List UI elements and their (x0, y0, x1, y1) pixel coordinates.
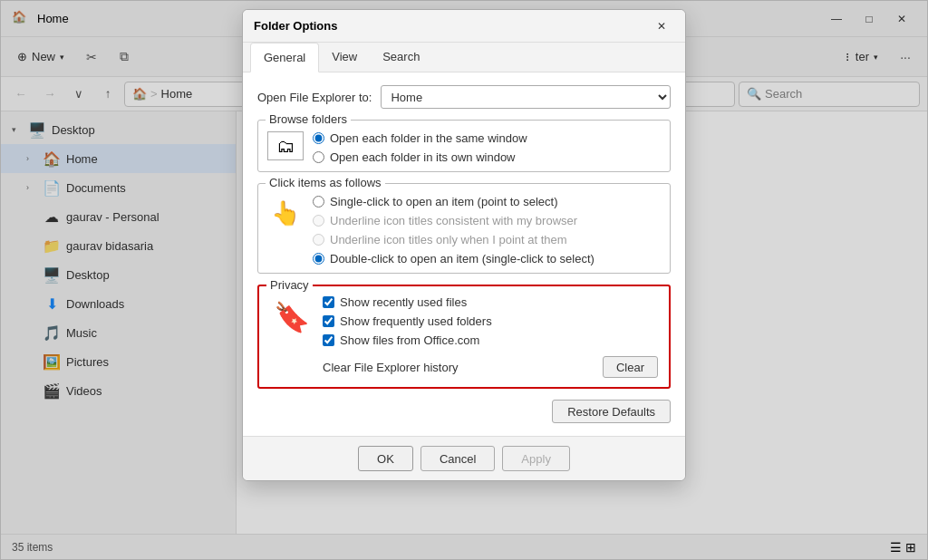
dialog-overlay: Folder Options ✕ General View Search Ope… (0, 0, 928, 560)
privacy-group: Privacy 🔖 Show recently used files Show … (257, 285, 671, 389)
click-option1[interactable]: Single-click to open an item (point to s… (313, 195, 594, 208)
history-label: Clear File Explorer history (323, 361, 459, 374)
click-option2[interactable]: Underline icon titles consistent with my… (313, 214, 594, 227)
browse-radio2[interactable] (313, 151, 324, 163)
folder-options-dialog: Folder Options ✕ General View Search Ope… (242, 9, 686, 481)
click-radio1[interactable] (313, 196, 324, 208)
browse-folders-content: 🗂 Open each folder in the same window Op… (267, 131, 661, 164)
open-explorer-select[interactable]: Home (381, 85, 671, 109)
ok-button[interactable]: OK (358, 446, 413, 471)
browse-option2[interactable]: Open each folder in its own window (313, 150, 527, 164)
restore-defaults-button[interactable]: Restore Defaults (552, 400, 671, 423)
browse-folders-options: Open each folder in the same window Open… (313, 131, 527, 164)
browse-radio1[interactable] (313, 132, 324, 144)
open-explorer-row: Open File Explorer to: Home (257, 85, 671, 109)
browse-folders-title: Browse folders (266, 112, 351, 126)
privacy-title: Privacy (266, 278, 313, 292)
privacy-check1[interactable] (323, 296, 334, 308)
restore-row: Restore Defaults (257, 400, 671, 423)
privacy-checkbox3[interactable]: Show files from Office.com (323, 333, 658, 347)
folder-preview-icon: 🗂 (267, 131, 304, 160)
privacy-content: 🔖 Show recently used files Show frequent… (270, 295, 658, 378)
click-items-group: Click items as follows 👆 Single-click to… (257, 183, 671, 274)
privacy-check3[interactable] (323, 334, 334, 346)
dialog-tabs: General View Search (243, 43, 685, 72)
click-items-content: 👆 Single-click to open an item (point to… (267, 195, 661, 266)
click-radio2[interactable] (313, 215, 324, 227)
click-option3[interactable]: Underline icon titles only when I point … (313, 233, 594, 246)
browse-option1[interactable]: Open each folder in the same window (313, 131, 527, 145)
tab-view[interactable]: View (319, 43, 370, 72)
tab-search[interactable]: Search (370, 43, 432, 72)
clear-button[interactable]: Clear (603, 356, 658, 378)
browse-folders-group: Browse folders 🗂 Open each folder in the… (257, 120, 671, 172)
privacy-check2[interactable] (323, 315, 334, 327)
click-preview-icon: 👆 (267, 195, 304, 231)
click-option4[interactable]: Double-click to open an item (single-cli… (313, 252, 594, 266)
dialog-title: Folder Options (254, 19, 337, 33)
apply-button[interactable]: Apply (502, 446, 570, 471)
click-radio4[interactable] (313, 253, 324, 265)
privacy-checkbox1[interactable]: Show recently used files (323, 295, 658, 309)
dialog-close-button[interactable]: ✕ (649, 14, 674, 39)
dialog-body: Open File Explorer to: Home Browse folde… (243, 72, 685, 436)
privacy-checkbox2[interactable]: Show frequently used folders (323, 314, 658, 328)
history-row: Clear File Explorer history Clear (323, 356, 658, 378)
dialog-title-bar: Folder Options ✕ (243, 10, 685, 43)
privacy-icon: 🔖 (270, 295, 314, 339)
privacy-options: Show recently used files Show frequently… (323, 295, 658, 378)
click-items-options: Single-click to open an item (point to s… (313, 195, 594, 266)
open-explorer-label: Open File Explorer to: (257, 91, 372, 104)
cancel-button[interactable]: Cancel (420, 446, 495, 471)
click-items-title: Click items as follows (266, 176, 385, 189)
dialog-footer: OK Cancel Apply (243, 436, 685, 480)
tab-general[interactable]: General (250, 43, 319, 72)
click-radio3[interactable] (313, 234, 324, 246)
